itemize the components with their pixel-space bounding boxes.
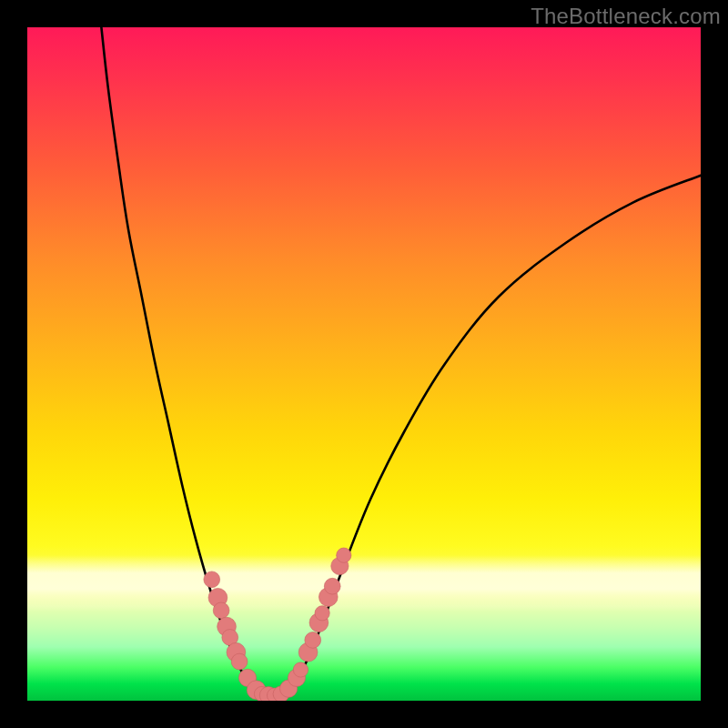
data-marker bbox=[315, 606, 329, 621]
data-marker bbox=[217, 617, 237, 636]
highlight-band bbox=[27, 555, 701, 612]
data-marker bbox=[259, 686, 277, 701]
data-marker bbox=[227, 642, 246, 662]
data-marker bbox=[254, 686, 268, 701]
data-marker bbox=[331, 557, 349, 574]
data-marker bbox=[280, 680, 298, 697]
bottom-connector bbox=[263, 695, 283, 696]
curve-layer bbox=[27, 27, 701, 701]
right-branch-curve bbox=[283, 176, 701, 695]
data-marker bbox=[305, 632, 321, 649]
data-marker bbox=[337, 548, 351, 562]
data-marker bbox=[309, 613, 329, 632]
data-marker bbox=[238, 669, 256, 686]
data-marker bbox=[273, 686, 289, 701]
data-marker bbox=[222, 630, 238, 646]
data-marker bbox=[231, 653, 248, 670]
data-marker bbox=[247, 681, 266, 700]
chart-stage: TheBottleneck.com bbox=[0, 0, 728, 728]
data-marker bbox=[288, 669, 305, 686]
plot-area bbox=[27, 27, 701, 701]
marker-cluster bbox=[204, 548, 351, 701]
left-branch-curve bbox=[101, 27, 263, 695]
data-marker bbox=[208, 588, 228, 607]
data-marker bbox=[213, 602, 229, 619]
data-marker bbox=[318, 588, 338, 607]
data-marker bbox=[293, 662, 308, 677]
data-marker bbox=[267, 688, 281, 701]
data-marker bbox=[324, 578, 340, 594]
data-marker bbox=[204, 571, 220, 588]
watermark-text: TheBottleneck.com bbox=[531, 4, 721, 29]
data-marker bbox=[298, 642, 318, 662]
